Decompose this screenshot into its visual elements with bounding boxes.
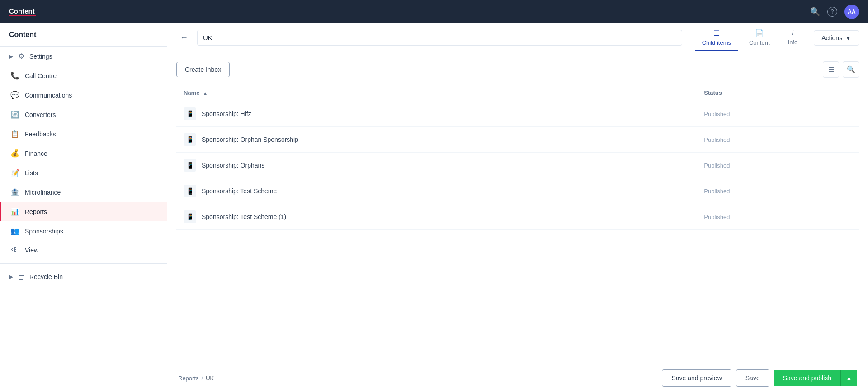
row-icon: 📱 <box>184 210 196 223</box>
table-cell-status: Published <box>697 127 859 153</box>
search-filter-button[interactable]: 🔍 <box>843 61 859 78</box>
settings-icon: ⚙ <box>17 52 26 61</box>
table-cell-name: 📱 Sponsorship: Test Scheme (1) <box>176 204 697 230</box>
save-publish-button[interactable]: Save and publish <box>774 370 840 386</box>
item-name: Sponsorship: Orphan Sponsorship <box>202 136 298 143</box>
sidebar-item-view[interactable]: 👁 View <box>0 241 167 260</box>
table-cell-name: 📱 Sponsorship: Orphan Sponsorship <box>176 127 697 153</box>
converters-label: Converters <box>25 111 56 118</box>
search-icon[interactable]: 🔍 <box>810 7 820 17</box>
table-row[interactable]: 📱 Sponsorship: Hifz Published <box>176 101 859 127</box>
toolbar-right: ☰ 🔍 <box>823 61 859 78</box>
status-badge: Published <box>704 136 730 143</box>
content-tab-label: Content <box>749 39 770 46</box>
finance-label: Finance <box>25 150 47 157</box>
table-row[interactable]: 📱 Sponsorship: Test Scheme (1) Published <box>176 204 859 230</box>
converters-icon: 🔄 <box>10 110 19 119</box>
communications-icon: 💬 <box>10 91 19 99</box>
user-avatar[interactable]: AA <box>844 5 859 19</box>
tab-info[interactable]: i Info <box>781 25 805 50</box>
sidebar-item-call-centre[interactable]: 📞 Call Centre <box>0 66 167 85</box>
app-title: Content <box>9 7 36 15</box>
item-name: Sponsorship: Test Scheme (1) <box>202 213 286 220</box>
table-row[interactable]: 📱 Sponsorship: Test Scheme Published <box>176 178 859 204</box>
view-icon: 👁 <box>10 246 19 254</box>
sidebar-item-sponsorships[interactable]: 👥 Sponsorships <box>0 221 167 241</box>
call-centre-label: Call Centre <box>25 72 57 79</box>
create-inbox-button[interactable]: Create Inbox <box>176 62 230 77</box>
status-badge: Published <box>704 162 730 169</box>
recycle-bin-expand-icon: ▶ <box>9 274 13 280</box>
editor-header: ← ☰ Child items 📄 Content i Info Actions <box>167 23 868 52</box>
sidebar-header: Content <box>0 23 167 47</box>
feedbacks-icon: 📋 <box>10 130 19 138</box>
sidebar-item-reports[interactable]: 📊 Reports <box>0 202 167 221</box>
sponsorships-icon: 👥 <box>10 227 19 235</box>
main-layout: Content ▶ ⚙ Settings 📞 Call Centre 💬 Com… <box>0 23 868 392</box>
sidebar: Content ▶ ⚙ Settings 📞 Call Centre 💬 Com… <box>0 23 167 392</box>
sidebar-item-microfinance[interactable]: 🏦 Microfinance <box>0 182 167 202</box>
save-preview-button[interactable]: Save and preview <box>662 369 731 387</box>
footer-actions: Save and preview Save Save and publish ▲ <box>662 369 857 387</box>
table-cell-status: Published <box>697 178 859 204</box>
table-cell-status: Published <box>697 101 859 127</box>
microfinance-label: Microfinance <box>25 189 61 196</box>
editor-main: ← ☰ Child items 📄 Content i Info Actions <box>167 23 868 392</box>
list-view-button[interactable]: ☰ <box>823 61 839 78</box>
reports-icon: 📊 <box>10 207 19 216</box>
sidebar-item-settings[interactable]: ▶ ⚙ Settings <box>0 47 167 66</box>
sidebar-item-finance[interactable]: 💰 Finance <box>0 144 167 163</box>
view-label: View <box>25 247 38 254</box>
top-nav-right: 🔍 ? AA <box>810 5 859 19</box>
expand-icon: ▶ <box>9 53 13 60</box>
publish-arrow-icon: ▲ <box>846 375 852 381</box>
row-icon: 📱 <box>184 133 196 146</box>
sidebar-item-recycle-bin[interactable]: ▶ 🗑 Recycle Bin <box>0 267 167 286</box>
sidebar-item-feedbacks[interactable]: 📋 Feedbacks <box>0 124 167 144</box>
status-badge: Published <box>704 188 730 195</box>
tab-content[interactable]: 📄 Content <box>742 25 777 51</box>
row-icon: 📱 <box>184 185 196 197</box>
settings-label: Settings <box>29 53 52 60</box>
content-tab-icon: 📄 <box>755 29 764 37</box>
communications-label: Communications <box>25 92 72 99</box>
back-button[interactable]: ← <box>176 31 192 44</box>
reports-label: Reports <box>25 208 47 215</box>
item-name: Sponsorship: Hifz <box>202 110 251 117</box>
breadcrumb-reports[interactable]: Reports <box>178 375 199 382</box>
table-cell-name: 📱 Sponsorship: Hifz <box>176 101 697 127</box>
content-toolbar: Create Inbox ☰ 🔍 <box>176 61 859 78</box>
lists-label: Lists <box>25 169 38 177</box>
table-row[interactable]: 📱 Sponsorship: Orphans Published <box>176 153 859 178</box>
actions-button[interactable]: Actions ▼ <box>814 30 859 46</box>
help-icon[interactable]: ? <box>827 7 837 17</box>
recycle-bin-label: Recycle Bin <box>29 273 63 280</box>
table-header-name: Name ▲ <box>176 85 697 101</box>
sponsorships-label: Sponsorships <box>25 228 63 235</box>
child-items-tab-label: Child items <box>702 39 731 46</box>
table-row[interactable]: 📱 Sponsorship: Orphan Sponsorship Publis… <box>176 127 859 153</box>
editor-tabs: ☰ Child items 📄 Content i Info <box>695 25 805 51</box>
item-name: Sponsorship: Orphans <box>202 162 264 169</box>
info-tab-label: Info <box>788 39 798 46</box>
table-header-status: Status <box>697 85 859 101</box>
breadcrumb-separator: / <box>202 375 203 382</box>
table-cell-name: 📱 Sponsorship: Orphans <box>176 153 697 178</box>
info-tab-icon: i <box>792 29 794 37</box>
status-badge: Published <box>704 111 730 117</box>
microfinance-icon: 🏦 <box>10 188 19 196</box>
save-button[interactable]: Save <box>736 369 769 387</box>
sidebar-item-communications[interactable]: 💬 Communications <box>0 85 167 105</box>
sidebar-item-converters[interactable]: 🔄 Converters <box>0 105 167 124</box>
filter-search-icon: 🔍 <box>847 65 855 74</box>
content-area: Create Inbox ☰ 🔍 Name ▲ <box>167 52 868 364</box>
finance-icon: 💰 <box>10 149 19 158</box>
recycle-bin-icon: 🗑 <box>17 273 26 281</box>
sort-icon: ▲ <box>203 91 208 96</box>
page-title-input[interactable] <box>197 30 682 46</box>
actions-label: Actions <box>821 34 842 42</box>
publish-dropdown-button[interactable]: ▲ <box>840 370 857 386</box>
sidebar-item-lists[interactable]: 📝 Lists <box>0 163 167 182</box>
actions-chevron-icon: ▼ <box>845 34 851 42</box>
tab-child-items[interactable]: ☰ Child items <box>695 25 738 51</box>
